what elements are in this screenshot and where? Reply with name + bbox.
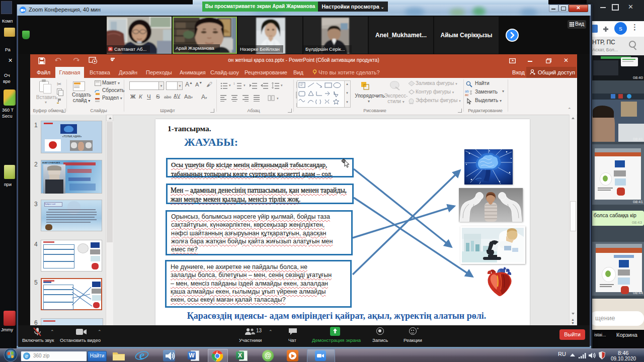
svg-text:ac: ac [465, 93, 469, 96]
svg-text:1: 1 [233, 82, 235, 85]
svg-text:▾: ▾ [277, 97, 279, 100]
svg-text:▾: ▾ [281, 83, 283, 87]
svg-text:▾: ▾ [244, 83, 246, 87]
svg-text:ab: ab [465, 89, 469, 93]
svg-text:▾: ▾ [229, 83, 231, 87]
